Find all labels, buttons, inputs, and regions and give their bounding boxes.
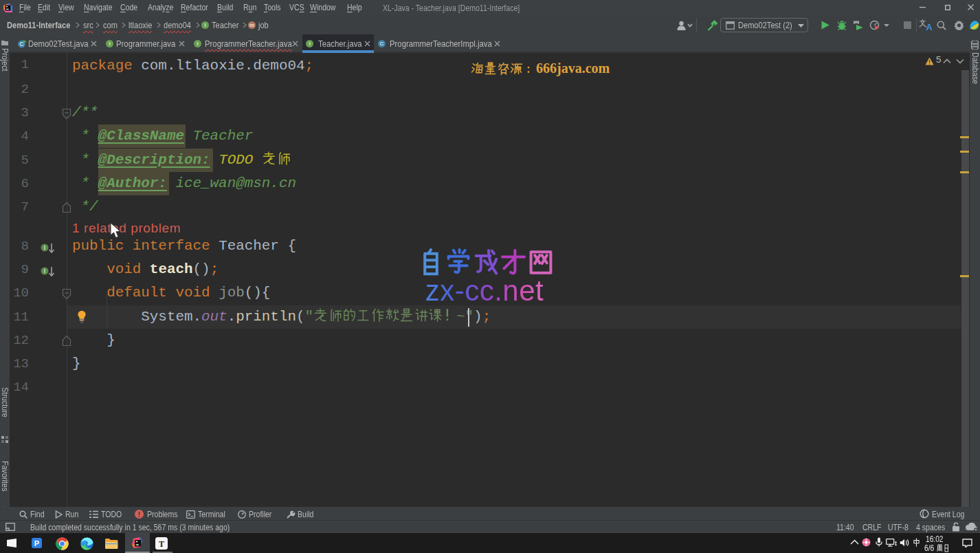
svg-text:C: C [380, 41, 384, 47]
svg-text:I: I [44, 268, 45, 274]
svg-text:C: C [19, 41, 23, 47]
svg-text:P: P [34, 539, 39, 547]
svg-text:I: I [44, 244, 45, 251]
svg-text:A: A [926, 23, 933, 31]
svg-text:T: T [159, 539, 164, 549]
svg-text:I: I [197, 41, 198, 47]
svg-text:I: I [109, 41, 110, 47]
svg-text:m: m [249, 22, 254, 28]
svg-text:I: I [309, 41, 310, 47]
svg-text:I: I [204, 22, 205, 28]
